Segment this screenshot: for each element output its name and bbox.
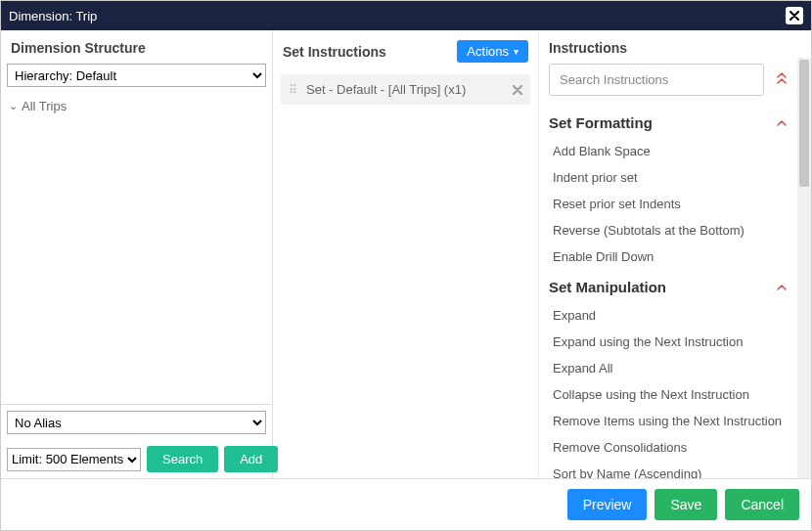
instruction-item[interactable]: Reset prior set Indents (539, 191, 801, 217)
dimension-structure-panel: Dimension Structure Hierarchy: Default ⌄… (1, 30, 273, 478)
instructions-header: Instructions (539, 30, 801, 58)
search-button[interactable]: Search (147, 446, 218, 472)
add-button[interactable]: Add (224, 446, 278, 472)
instruction-item[interactable]: Expand using the Next Instruction (539, 329, 801, 355)
set-instruction-chip[interactable]: ⠿ Set - Default - [All Trips] (x1) (281, 74, 530, 105)
close-icon (513, 85, 522, 95)
limit-select[interactable]: Limit: 500 Elements (7, 448, 141, 471)
section-collapse-toggle[interactable] (772, 113, 791, 132)
instruction-item[interactable]: Add Blank Space (539, 138, 801, 164)
chevron-up-icon (776, 119, 788, 127)
dimension-structure-header: Dimension Structure (1, 30, 272, 64)
close-button[interactable] (786, 7, 803, 24)
preview-button[interactable]: Preview (567, 489, 648, 520)
hierarchy-tree[interactable]: ⌄ All Trips (1, 93, 272, 404)
set-formatting-section[interactable]: Set Formatting (539, 106, 801, 138)
instructions-panel: Instructions Set Formatting Add Blank Sp… (539, 30, 811, 478)
cancel-button[interactable]: Cancel (725, 489, 799, 520)
section-collapse-toggle[interactable] (772, 278, 791, 296)
instruction-item[interactable]: Expand All (539, 355, 801, 381)
instruction-item[interactable]: Collapse using the Next Instruction (539, 381, 801, 408)
instruction-item[interactable]: Expand (539, 302, 801, 329)
section-title-label: Set Formatting (549, 114, 653, 131)
instruction-item[interactable]: Reverse (Subtotals at the Bottom) (539, 217, 801, 243)
structure-footer: No Alias Limit: 500 Elements Search Add (1, 404, 272, 478)
vertical-scrollbar[interactable]: ▼ (797, 58, 811, 478)
instruction-item[interactable]: Enable Drill Down (539, 243, 801, 270)
set-instructions-header: Set Instructions Actions ▾ (273, 30, 538, 70)
search-instructions-input[interactable] (549, 64, 764, 96)
titlebar: Dimension: Trip (1, 1, 811, 30)
actions-button-label: Actions (467, 44, 509, 59)
dimension-editor-modal: Dimension: Trip Dimension Structure Hier… (0, 0, 812, 531)
tree-root-item[interactable]: ⌄ All Trips (9, 97, 264, 115)
tree-item-label: All Trips (22, 99, 67, 113)
scrollbar-thumb[interactable] (799, 60, 809, 187)
double-chevron-up-icon (776, 71, 788, 85)
instruction-item[interactable]: Remove Items using the Next Instruction (539, 408, 801, 434)
hierarchy-select[interactable]: Hierarchy: Default (7, 64, 266, 87)
chevron-down-icon: ⌄ (9, 100, 18, 112)
set-manipulation-section[interactable]: Set Manipulation (539, 270, 801, 302)
instruction-item[interactable]: Sort by Name (Ascending) (539, 461, 801, 478)
chevron-down-icon: ▾ (514, 46, 519, 57)
drag-handle-icon[interactable]: ⠿ (289, 87, 298, 93)
chip-remove-button[interactable] (513, 81, 522, 98)
set-instructions-panel: Set Instructions Actions ▾ ⠿ Set - Defau… (273, 30, 539, 478)
modal-footer: Preview Save Cancel (1, 478, 811, 530)
set-instructions-title: Set Instructions (283, 44, 386, 60)
actions-button[interactable]: Actions ▾ (457, 40, 528, 63)
instruction-item[interactable]: Remove Consolidations (539, 434, 801, 461)
chip-label: Set - Default - [All Trips] (x1) (306, 82, 466, 97)
save-button[interactable]: Save (654, 489, 717, 520)
chevron-up-icon (776, 284, 788, 291)
modal-title: Dimension: Trip (9, 9, 97, 23)
collapse-all-toggle[interactable] (772, 69, 791, 90)
instruction-item[interactable]: Indent prior set (539, 164, 801, 191)
modal-body: Dimension Structure Hierarchy: Default ⌄… (1, 30, 811, 478)
alias-select[interactable]: No Alias (7, 411, 266, 434)
section-title-label: Set Manipulation (549, 279, 666, 295)
close-icon (789, 11, 799, 21)
